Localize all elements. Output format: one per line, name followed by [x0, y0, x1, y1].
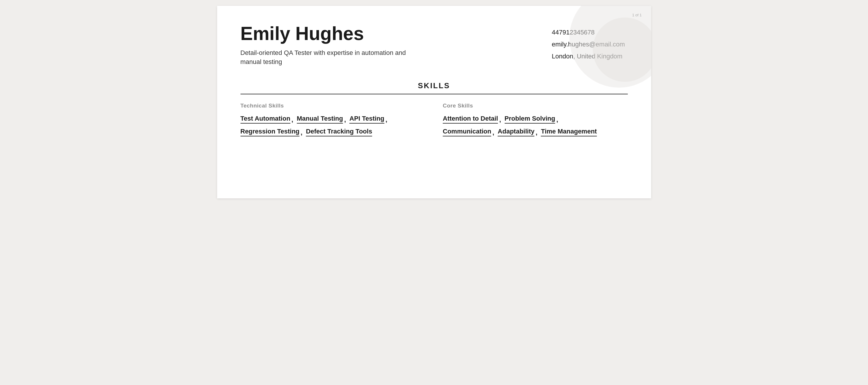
comma-8: ,	[535, 129, 537, 137]
resume-page: 1 of 1 Emily Hughes Detail-oriented QA T…	[217, 6, 651, 198]
resume-header: Emily Hughes Detail-oriented QA Tester w…	[241, 23, 628, 67]
skill-api-testing: API Testing	[349, 115, 384, 124]
location: London, United Kingdom	[552, 52, 628, 61]
page-number: 1 of 1	[632, 13, 642, 17]
skill-communication: Communication	[443, 128, 491, 137]
phone-number: 447912345678	[552, 28, 628, 37]
core-skills-column: Core Skills Attention to Detail, Problem…	[443, 102, 628, 137]
email-address: emily.hughes@email.com	[552, 40, 628, 49]
skills-grid: Technical Skills Test Automation, Manual…	[241, 102, 628, 137]
technical-skills-label: Technical Skills	[241, 102, 426, 109]
skill-test-automation: Test Automation	[241, 115, 290, 124]
skill-problem-solving: Problem Solving	[505, 115, 555, 124]
comma-5: ,	[499, 116, 501, 124]
skill-manual-testing: Manual Testing	[297, 115, 343, 124]
skill-time-management: Time Management	[541, 128, 597, 137]
comma-4: ,	[301, 129, 302, 137]
technical-skills-row-2: Regression Testing, Defect Tracking Tool…	[241, 128, 426, 137]
skills-section-title: SKILLS	[241, 81, 628, 90]
technical-skills-row-1: Test Automation, Manual Testing, API Tes…	[241, 115, 426, 124]
header-left: Emily Hughes Detail-oriented QA Tester w…	[241, 23, 410, 67]
comma-3: ,	[385, 116, 387, 124]
comma-7: ,	[492, 129, 494, 137]
skill-regression-testing: Regression Testing	[241, 128, 300, 137]
core-skills-row-2: Communication, Adaptability, Time Manage…	[443, 128, 628, 137]
skill-attention-to-detail: Attention to Detail	[443, 115, 498, 124]
section-divider	[241, 94, 628, 94]
candidate-tagline: Detail-oriented QA Tester with expertise…	[241, 49, 410, 67]
skill-defect-tracking: Defect Tracking Tools	[306, 128, 372, 137]
contact-info: 447912345678 emily.hughes@email.com Lond…	[552, 23, 628, 64]
core-skills-label: Core Skills	[443, 102, 628, 109]
candidate-name: Emily Hughes	[241, 23, 410, 44]
comma-6: ,	[556, 116, 558, 124]
technical-skills-column: Technical Skills Test Automation, Manual…	[241, 102, 426, 137]
core-skills-row-1: Attention to Detail, Problem Solving,	[443, 115, 628, 124]
comma-2: ,	[344, 116, 346, 124]
skills-section: SKILLS Technical Skills Test Automation,…	[241, 81, 628, 137]
skill-adaptability: Adaptability	[498, 128, 534, 137]
comma-1: ,	[291, 116, 293, 124]
